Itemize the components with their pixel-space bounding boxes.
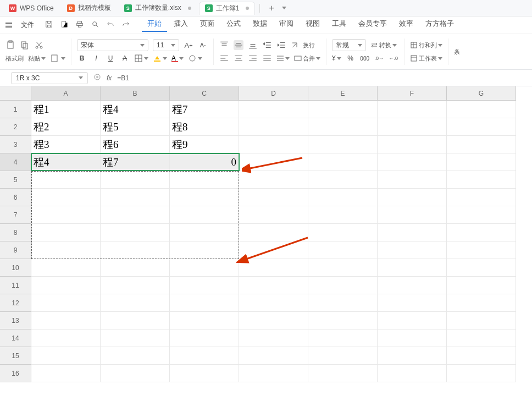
cell[interactable] (378, 347, 447, 365)
cell[interactable] (31, 224, 101, 241)
font-name-combo[interactable]: 宋体 (77, 39, 148, 51)
decrease-decimal-icon[interactable]: ←.0 (389, 53, 398, 63)
cell[interactable] (31, 189, 101, 206)
cell[interactable] (31, 171, 101, 189)
row-header-12[interactable]: 12 (0, 294, 31, 312)
cell[interactable] (378, 206, 447, 224)
new-tab-button[interactable]: + (264, 3, 278, 13)
cell[interactable] (101, 294, 170, 312)
col-header-E[interactable]: E (308, 86, 378, 101)
increase-font-icon[interactable]: A+ (184, 40, 193, 50)
cell[interactable] (447, 312, 516, 329)
cell[interactable] (447, 241, 516, 259)
menu-data[interactable]: 数据 (247, 19, 273, 32)
cell[interactable] (308, 224, 378, 241)
cell[interactable] (308, 329, 378, 347)
cell[interactable] (31, 294, 101, 312)
cell[interactable] (378, 294, 447, 312)
cell[interactable] (378, 365, 447, 382)
print-icon[interactable] (76, 20, 84, 30)
col-header-B[interactable]: B (101, 86, 170, 101)
cell[interactable] (170, 365, 239, 382)
cell[interactable] (447, 224, 516, 241)
row-header-13[interactable]: 13 (0, 312, 31, 329)
cell[interactable] (239, 171, 308, 189)
cell[interactable] (447, 206, 516, 224)
cell[interactable] (239, 294, 308, 312)
italic-icon[interactable]: I (91, 53, 101, 63)
cell[interactable] (239, 153, 308, 171)
cell[interactable] (239, 259, 308, 277)
cell[interactable] (170, 329, 239, 347)
cell[interactable] (308, 312, 378, 329)
cell[interactable] (378, 189, 447, 206)
menu-efficiency[interactable]: 效率 (394, 19, 419, 32)
distribute-dropdown[interactable] (276, 54, 290, 62)
cell[interactable]: 程2 (31, 118, 101, 136)
tab-workbook1[interactable]: S工作簿数量.xlsx (119, 2, 197, 15)
menu-ffgz[interactable]: 方方格子 (420, 19, 459, 32)
cell[interactable] (101, 312, 170, 329)
decrease-font-icon[interactable]: A- (198, 40, 208, 50)
cell[interactable] (447, 189, 516, 206)
cell[interactable] (101, 329, 170, 347)
cell[interactable] (308, 206, 378, 224)
cell[interactable] (308, 277, 378, 294)
cell[interactable]: 程5 (101, 118, 170, 136)
hamburger-icon[interactable] (5, 23, 14, 28)
cell[interactable] (378, 241, 447, 259)
more-clipboard[interactable] (50, 53, 65, 63)
cell[interactable] (31, 312, 101, 329)
cell[interactable] (31, 347, 101, 365)
cell[interactable] (378, 224, 447, 241)
cell[interactable] (447, 294, 516, 312)
col-header-A[interactable]: A (31, 86, 101, 101)
cell[interactable]: 程4 (101, 101, 170, 118)
clipboard-icon[interactable] (5, 40, 15, 50)
rowscols-dropdown[interactable]: 行和列 (410, 41, 442, 50)
orientation-dropdown[interactable] (291, 41, 298, 49)
cell[interactable] (308, 101, 378, 118)
cell[interactable] (101, 259, 170, 277)
cell[interactable] (101, 347, 170, 365)
menu-formula[interactable]: 公式 (221, 19, 246, 32)
cell[interactable] (101, 241, 170, 259)
cell[interactable] (170, 259, 239, 277)
cell[interactable] (308, 171, 378, 189)
cell[interactable] (378, 136, 447, 153)
row-header-9[interactable]: 9 (0, 241, 31, 259)
col-header-F[interactable]: F (378, 86, 447, 101)
cell[interactable] (308, 347, 378, 365)
cell[interactable] (101, 206, 170, 224)
cell[interactable]: 0 (170, 153, 239, 171)
cell[interactable] (31, 329, 101, 347)
menu-member[interactable]: 会员专享 (353, 19, 392, 32)
cell[interactable] (239, 365, 308, 382)
fill-dropdown[interactable] (153, 54, 167, 63)
row-header-2[interactable]: 2 (0, 118, 31, 136)
copy-icon[interactable] (20, 40, 30, 50)
cell[interactable] (308, 294, 378, 312)
cell[interactable] (239, 136, 308, 153)
cell[interactable]: 程4 (31, 153, 101, 171)
row-header-15[interactable]: 15 (0, 347, 31, 365)
cell[interactable] (31, 241, 101, 259)
cell[interactable] (31, 277, 101, 294)
menu-view[interactable]: 视图 (300, 19, 325, 32)
align-right-icon[interactable] (248, 53, 258, 63)
cell[interactable] (239, 277, 308, 294)
redo-icon[interactable] (122, 20, 130, 30)
cell[interactable] (239, 206, 308, 224)
cell[interactable]: 程9 (170, 136, 239, 153)
align-middle-icon[interactable] (234, 40, 243, 50)
increase-indent-icon[interactable] (276, 40, 286, 50)
cell[interactable] (101, 277, 170, 294)
row-header-7[interactable]: 7 (0, 206, 31, 224)
cell[interactable] (378, 101, 447, 118)
fontcolor-dropdown[interactable]: A (171, 54, 184, 62)
cell[interactable] (101, 171, 170, 189)
cell[interactable] (308, 189, 378, 206)
worksheet-dropdown[interactable]: 工作表 (410, 54, 442, 63)
cell[interactable] (447, 171, 516, 189)
tab-workbook2[interactable]: S工作簿1 (199, 2, 256, 15)
